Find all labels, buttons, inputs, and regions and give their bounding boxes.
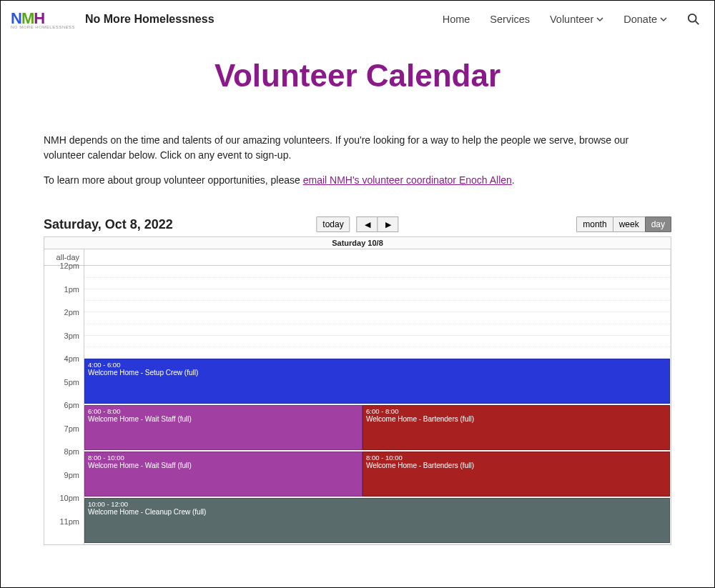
- calendar-toolbar: Saturday, Oct 8, 2022 today ◀ ▶ month we…: [44, 216, 671, 232]
- chevron-down-icon: [596, 16, 603, 23]
- hour-label: 7pm: [44, 424, 84, 448]
- nav-services-label: Services: [490, 14, 530, 25]
- hour-label: 4pm: [44, 354, 84, 378]
- top-nav: Home Services Volunteer Donate: [443, 13, 700, 26]
- event-time: 6:00 - 8:00: [366, 407, 666, 415]
- hour-labels: 12pm 1pm 2pm 3pm 4pm 5pm 6pm 7pm 8pm 9pm…: [44, 266, 84, 544]
- event-setup-crew[interactable]: 4:00 - 6:00 Welcome Home - Setup Crew (f…: [84, 359, 670, 404]
- next-button[interactable]: ▶: [378, 216, 399, 232]
- hour-label: 2pm: [44, 308, 84, 332]
- view-day-button[interactable]: day: [645, 216, 671, 232]
- hour-label: 3pm: [44, 332, 84, 355]
- logo[interactable]: NMH NO MORE HOMELESSNESS No More Homeles…: [11, 9, 214, 29]
- intro-text: To learn more about group volunteer oppo…: [44, 174, 303, 186]
- event-wait-staff-1[interactable]: 6:00 - 8:00 Welcome Home - Wait Staff (f…: [84, 405, 363, 450]
- event-wait-staff-2[interactable]: 8:00 - 10:00 Welcome Home - Wait Staff (…: [84, 452, 363, 497]
- view-switcher: month week day: [577, 216, 671, 232]
- nav-home-label: Home: [443, 14, 470, 25]
- hour-label: 1pm: [44, 285, 84, 309]
- intro-text-end: .: [512, 174, 515, 186]
- site-header: NMH NO MORE HOMELESSNESS No More Homeles…: [1, 1, 714, 38]
- event-cleanup-crew[interactable]: 10:00 - 12:00 Welcome Home - Cleanup Cre…: [84, 498, 670, 543]
- hour-label: 8pm: [44, 447, 84, 471]
- event-time: 10:00 - 12:00: [88, 500, 666, 508]
- event-bartenders-2[interactable]: 8:00 - 10:00 Welcome Home - Bartenders (…: [363, 452, 670, 497]
- svg-point-0: [689, 14, 696, 22]
- nav-donate-label: Donate: [623, 14, 657, 25]
- nav-volunteer[interactable]: Volunteer: [550, 14, 603, 25]
- search-icon[interactable]: [687, 13, 700, 26]
- event-name: Welcome Home - Wait Staff (full): [88, 415, 359, 423]
- calendar-date-label: Saturday, Oct 8, 2022: [44, 217, 173, 232]
- nav-home[interactable]: Home: [443, 14, 470, 25]
- intro-paragraph-1: NMH depends on the time and talents of o…: [44, 133, 671, 163]
- view-week-button[interactable]: week: [613, 216, 646, 232]
- hour-label: 11pm: [44, 517, 84, 541]
- chevron-down-icon: [660, 16, 667, 23]
- event-time: 4:00 - 6:00: [88, 361, 666, 369]
- event-bartenders-1[interactable]: 6:00 - 8:00 Welcome Home - Bartenders (f…: [363, 405, 670, 450]
- coordinator-email-link[interactable]: email NMH's volunteer coordinator Enoch …: [303, 174, 512, 186]
- view-month-button[interactable]: month: [576, 216, 613, 232]
- event-name: Welcome Home - Setup Crew (full): [88, 369, 666, 377]
- event-name: Welcome Home - Bartenders (full): [366, 415, 666, 423]
- event-name: Welcome Home - Wait Staff (full): [88, 462, 359, 469]
- hour-label: 10pm: [44, 494, 84, 517]
- calendar: Saturday, Oct 8, 2022 today ◀ ▶ month we…: [44, 216, 671, 545]
- hour-label: 6pm: [44, 401, 84, 424]
- hour-label: 5pm: [44, 378, 84, 402]
- hour-label: 12pm: [44, 261, 84, 285]
- event-time: 8:00 - 10:00: [88, 454, 359, 462]
- event-time: 6:00 - 8:00: [88, 407, 359, 415]
- allday-cell[interactable]: [84, 249, 671, 265]
- intro-paragraph-2: To learn more about group volunteer oppo…: [44, 173, 671, 188]
- site-name: No More Homelessness: [85, 13, 214, 26]
- events-layer: 4:00 - 6:00 Welcome Home - Setup Crew (f…: [84, 266, 670, 544]
- day-column-header: Saturday 10/8: [44, 237, 671, 249]
- allday-row: all-day: [44, 249, 671, 266]
- hour-label: 9pm: [44, 471, 84, 494]
- today-button[interactable]: today: [316, 216, 350, 232]
- event-name: Welcome Home - Cleanup Crew (full): [88, 508, 666, 516]
- nav-donate[interactable]: Donate: [623, 14, 667, 25]
- nav-services[interactable]: Services: [490, 14, 530, 25]
- event-time: 8:00 - 10:00: [366, 454, 666, 462]
- page-title: Volunteer Calendar: [44, 58, 671, 94]
- prev-button[interactable]: ◀: [357, 216, 378, 232]
- nav-volunteer-label: Volunteer: [550, 14, 593, 25]
- event-name: Welcome Home - Bartenders (full): [366, 462, 666, 469]
- calendar-grid: Saturday 10/8 all-day 12pm 1pm 2pm 3pm 4…: [44, 236, 671, 545]
